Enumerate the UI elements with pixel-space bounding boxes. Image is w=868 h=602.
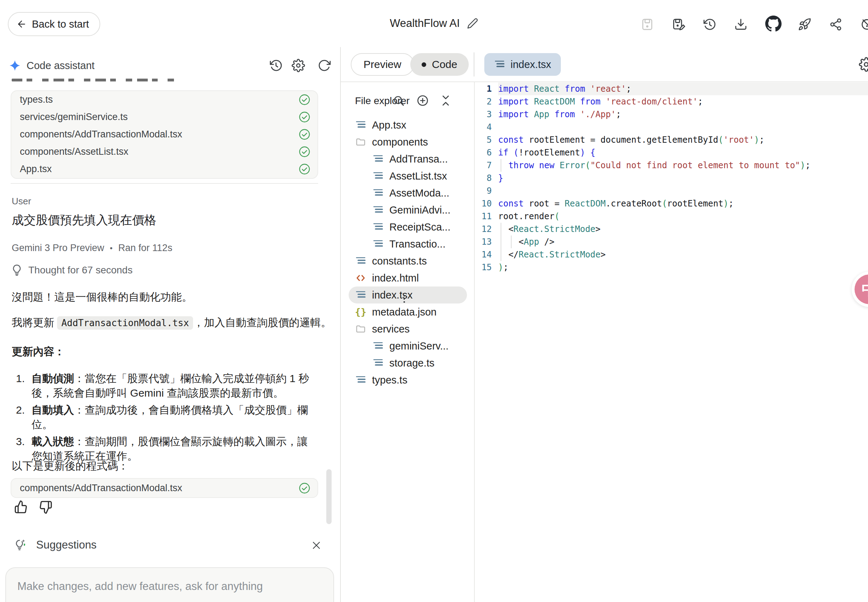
file-icon	[494, 59, 505, 70]
updated-file-row[interactable]: components/AddTransactionModal.tsx	[11, 126, 317, 143]
save-edit-icon[interactable]	[672, 18, 685, 31]
editor-line[interactable]: 4	[476, 121, 868, 134]
changes-list: 1.自動偵測：當您在「股票代號」欄位輸入完成並停頓約 1 秒後，系統會自動呼叫 …	[16, 371, 314, 466]
updated-file-row[interactable]: components/AssetList.tsx	[11, 143, 317, 160]
result-file-chip[interactable]: components/AddTransactionModal.tsx	[11, 478, 318, 498]
updated-file-row[interactable]: App.tsx	[11, 160, 317, 178]
chat-input[interactable]: Make changes, add new features, ask for …	[5, 567, 334, 602]
file-tree-item-constants-ts[interactable]: constants.ts	[341, 252, 475, 269]
file-tree-item-receiptsca-[interactable]: ReceiptSca...	[341, 218, 475, 235]
editor-line[interactable]: 2import ReactDOM from 'react-dom/client'…	[476, 95, 868, 108]
share-icon[interactable]	[829, 18, 842, 31]
editor-line[interactable]: 6if (!rootElement) {	[476, 146, 868, 159]
close-suggestions-icon[interactable]	[311, 540, 322, 551]
editor-line[interactable]: 15);	[476, 261, 868, 274]
assistant-settings-icon[interactable]	[292, 59, 305, 72]
line-number: 11	[476, 210, 492, 223]
chat-history-icon[interactable]	[269, 59, 283, 72]
folder-icon	[356, 324, 366, 334]
file-tree-item-index-html[interactable]: index.html	[341, 269, 475, 287]
file-tree-label: AssetModa...	[389, 187, 449, 199]
code-tab-button[interactable]: Code	[410, 53, 469, 76]
file-lines-icon	[373, 358, 383, 368]
download-icon[interactable]	[734, 18, 748, 31]
file-tree-label: components	[372, 136, 428, 148]
list-number: 2.	[16, 402, 32, 432]
lightbulb-icon	[11, 264, 23, 276]
file-tree-label: Transactio...	[389, 238, 445, 250]
editor-line[interactable]: 11root.render(	[476, 210, 868, 223]
collapse-all-icon[interactable]	[439, 94, 452, 107]
editor-settings-icon[interactable]	[859, 57, 868, 72]
editor-line[interactable]: 14 </React.StrictMode>	[476, 248, 868, 261]
file-tree-item-metadata-json[interactable]: {}metadata.json	[341, 304, 475, 321]
editor-line[interactable]: 9	[476, 184, 868, 197]
back-to-start-button[interactable]: Back to start	[8, 12, 100, 36]
updated-file-name: components/AssetList.tsx	[20, 146, 128, 157]
editor-line[interactable]: 12 <React.StrictMode>	[476, 223, 868, 235]
editor-line[interactable]: 10const root = ReactDOM.createRoot(rootE…	[476, 197, 868, 210]
file-tree-item-services[interactable]: services	[341, 321, 475, 338]
editor-line[interactable]: 3import App from './App';	[476, 108, 868, 121]
line-number: 2	[476, 95, 492, 108]
assistant-refresh-icon[interactable]	[318, 59, 331, 72]
thumbs-down-icon[interactable]	[38, 500, 53, 514]
file-tree-item-addtransa-[interactable]: AddTransa...	[341, 150, 475, 167]
check-circle-icon	[299, 94, 310, 106]
preview-tab-button[interactable]: Preview	[351, 53, 414, 76]
updated-file-row[interactable]: services/geminiService.ts	[11, 108, 317, 126]
line-code: import React from 'react';	[498, 83, 868, 95]
open-file-name: index.tsx	[511, 59, 551, 71]
file-tree-item-components[interactable]: components	[341, 134, 475, 150]
github-icon[interactable]	[765, 15, 782, 32]
model-name: Gemini 3 Pro Preview	[12, 243, 104, 253]
file-tree-label: storage.ts	[389, 357, 434, 369]
chat-scrollbar[interactable]	[326, 469, 332, 524]
file-tree-item-geminiserv-[interactable]: geminiServ...	[341, 338, 475, 355]
line-number: 10	[476, 197, 492, 210]
user-message: 成交股價預先填入現在價格	[12, 212, 156, 229]
check-circle-icon	[299, 146, 310, 158]
line-code: import App from './App';	[498, 108, 868, 121]
file-tree-label: types.ts	[372, 374, 408, 386]
editor-line[interactable]: 7 throw new Error("Could not find root e…	[476, 159, 868, 172]
updated-file-row[interactable]: types.ts	[11, 91, 317, 108]
editor-line[interactable]: 13 <App />	[476, 235, 868, 248]
file-tree-item-index-tsx[interactable]: index.tsx	[341, 287, 475, 304]
file-tree-item-geminiadvi-[interactable]: GeminiAdvi...	[341, 201, 475, 218]
translate-floating-button[interactable]: 中	[852, 272, 868, 307]
file-options-kebab-icon[interactable]	[399, 293, 409, 304]
editor-line[interactable]: 8}	[476, 172, 868, 184]
visibility-off-icon[interactable]	[860, 18, 868, 31]
thought-summary[interactable]: Thought for 67 seconds	[11, 264, 132, 276]
file-tree-item-transactio-[interactable]: Transactio...	[341, 235, 475, 252]
clipped-text-remnant	[12, 78, 179, 81]
changes-heading: 更新內容：	[12, 344, 65, 359]
editor-line[interactable]: 5const rootElement = document.getElement…	[476, 134, 868, 146]
file-tree-item-assetmoda-[interactable]: AssetModa...	[341, 184, 475, 201]
file-tree-item-assetlist-tsx[interactable]: AssetList.tsx	[341, 167, 475, 184]
preview-label: Preview	[363, 58, 402, 71]
open-file-tab[interactable]: index.tsx	[484, 53, 561, 76]
file-tree-item-types-ts[interactable]: types.ts	[341, 372, 475, 389]
assistant-title: Code assistant	[26, 60, 95, 72]
file-lines-icon	[373, 171, 383, 181]
file-tree-label: ReceiptSca...	[389, 221, 450, 233]
edit-title-icon[interactable]	[467, 18, 478, 29]
file-tree-label: AddTransa...	[389, 154, 448, 165]
file-tree-label: App.tsx	[372, 119, 406, 131]
history-icon[interactable]	[703, 18, 716, 31]
workspace-toolbar: Preview Code index.tsx	[341, 47, 868, 82]
search-icon[interactable]	[392, 94, 405, 107]
check-circle-icon	[299, 163, 310, 175]
file-lines-icon	[373, 154, 383, 164]
line-number: 14	[476, 248, 492, 261]
file-tree-item-app-tsx[interactable]: App.tsx	[341, 117, 475, 134]
editor-line[interactable]: 1import React from 'react';	[476, 83, 868, 95]
code-editor[interactable]: 1import React from 'react';2import React…	[476, 83, 868, 274]
indent-guide	[511, 235, 512, 248]
file-tree-item-storage-ts[interactable]: storage.ts	[341, 355, 475, 372]
add-file-icon[interactable]	[416, 94, 429, 107]
thumbs-up-icon[interactable]	[14, 500, 28, 514]
rocket-icon[interactable]	[798, 18, 811, 31]
